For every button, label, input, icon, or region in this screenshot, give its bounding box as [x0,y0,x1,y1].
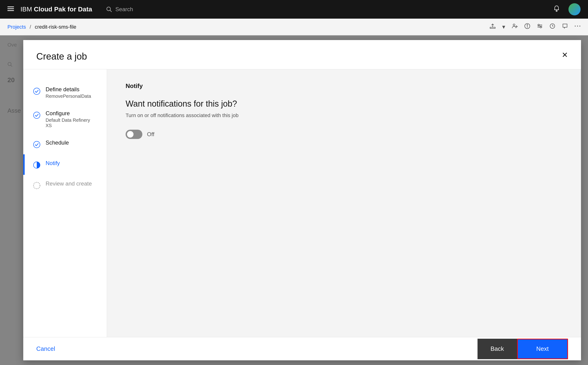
cancel-button[interactable]: Cancel [36,342,55,356]
svg-point-25 [34,112,40,119]
notification-toggle-row: Off [126,130,562,139]
modal-title: Create a job [36,51,87,62]
svg-point-19 [575,26,576,27]
svg-point-21 [579,26,580,27]
app-logo: IBM Cloud Pak for Data [21,6,92,13]
step-configure-content: Configure Default Data Refinery XS [46,110,97,128]
breadcrumb-bar: Projects / credit-risk-sms-file ▾ [0,19,588,35]
search-placeholder: Search [115,6,133,13]
modal-close-button[interactable]: ✕ [562,51,568,59]
svg-point-28 [34,182,40,189]
steps-sidebar: Define details RemovePersonalData Config… [23,69,107,337]
breadcrumb-projects[interactable]: Projects [7,24,26,30]
step-schedule-label: Schedule [46,140,69,146]
svg-point-20 [577,26,578,27]
upload-icon[interactable] [490,23,496,31]
svg-rect-6 [490,27,495,28]
modal-header: Create a job ✕ [23,40,581,69]
question-description: Turn on or off notifications associated … [126,112,562,119]
svg-point-12 [527,25,528,25]
step-schedule-icon [33,140,41,149]
step-notify-label: Notify [46,160,60,166]
breadcrumb-actions: ▾ [490,23,581,31]
step-configure-icon [33,111,41,119]
svg-line-4 [110,10,112,12]
svg-point-26 [34,141,40,148]
menu-icon[interactable] [7,6,14,13]
svg-point-7 [513,24,515,26]
step-configure-label: Configure [46,110,97,117]
step-notify-icon [33,161,41,169]
svg-rect-2 [7,10,14,11]
create-job-modal: Create a job ✕ Define details Rem [23,40,581,360]
chevron-down-icon[interactable]: ▾ [502,23,505,30]
step-configure[interactable]: Configure Default Data Refinery XS [23,105,107,134]
user-avatar[interactable] [568,3,581,15]
content-panel: Notify Want notifications for this job? … [107,69,581,337]
step-review-content: Review and create [46,180,92,187]
step-schedule-content: Schedule [46,140,69,146]
back-button[interactable]: Back [478,339,517,359]
nav-icons [553,3,581,15]
step-define-details-sub: RemovePersonalData [46,94,91,99]
step-review-label: Review and create [46,180,92,187]
modal-body: Define details RemovePersonalData Config… [23,69,581,337]
svg-point-5 [556,10,557,11]
toggle-track [126,130,142,139]
notification-toggle[interactable] [126,130,142,139]
info-icon[interactable] [524,23,530,31]
next-button[interactable]: Next [517,339,568,359]
svg-point-3 [107,7,110,11]
step-configure-sub: Default Data Refinery XS [46,118,97,128]
step-notify-content: Notify [46,160,60,166]
step-review-icon [33,181,41,190]
notification-icon[interactable] [553,5,560,14]
history-icon[interactable] [549,23,555,31]
svg-rect-1 [7,8,14,9]
breadcrumb-current: credit-risk-sms-file [35,24,76,30]
add-user-icon[interactable] [512,23,518,31]
section-title: Notify [126,82,562,90]
svg-rect-0 [7,7,14,7]
chat-icon[interactable] [562,23,568,31]
svg-point-16 [538,24,539,26]
breadcrumb-separator: / [29,24,31,30]
settings-icon[interactable] [537,23,543,31]
step-review-create: Review and create [23,175,107,195]
step-schedule[interactable]: Schedule [23,134,107,154]
more-icon[interactable] [574,23,581,31]
step-define-details[interactable]: Define details RemovePersonalData [23,81,107,105]
toggle-label: Off [147,131,154,138]
svg-point-17 [540,27,541,28]
modal-footer: Cancel Back Next [23,337,581,360]
question-title: Want notifications for this job? [126,99,562,109]
step-notify[interactable]: Notify [23,154,107,175]
toggle-thumb [127,131,134,138]
step-define-details-label: Define details [46,86,91,93]
main-area: Ove 20 Asse Create a job ✕ [0,35,588,365]
step-define-details-content: Define details RemovePersonalData [46,86,91,99]
top-nav: IBM Cloud Pak for Data Search [0,0,588,19]
search-bar[interactable]: Search [106,6,553,13]
svg-point-24 [34,88,40,95]
step-completed-icon [33,87,41,95]
footer-action-buttons: Back Next [478,339,568,359]
